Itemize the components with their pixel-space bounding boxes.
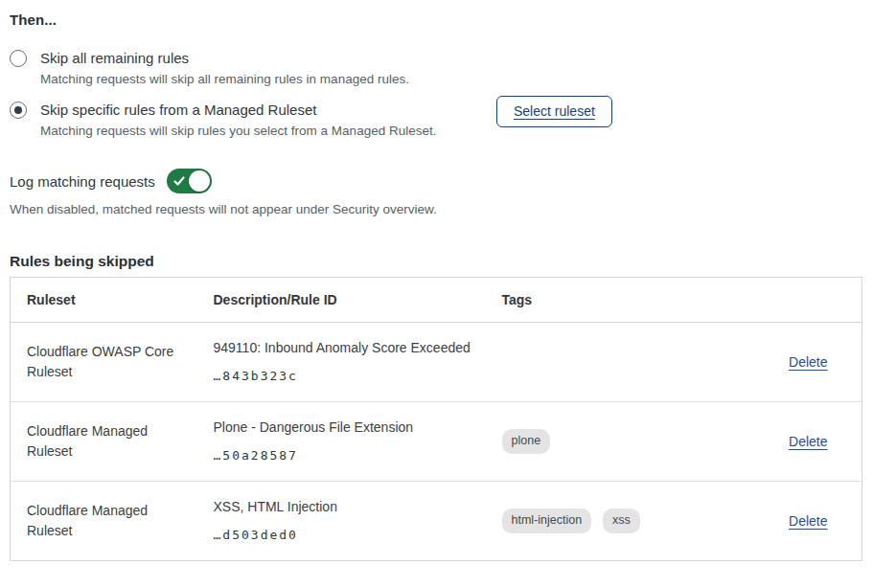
column-header-tags: Tags — [487, 278, 755, 323]
option-label[interactable]: Skip all remaining rules — [40, 49, 481, 68]
option-text: Skip specific rules from a Managed Rules… — [40, 101, 481, 140]
option-description: Matching requests will skip rules you se… — [40, 123, 481, 140]
rule-id: …d503ded0 — [214, 525, 471, 545]
check-icon — [173, 175, 185, 187]
waf-rule-config-page: Then... Skip all remaining rules Matchin… — [0, 0, 873, 561]
radio-dot — [14, 55, 22, 62]
log-toggle-row: Log matching requests — [10, 169, 862, 193]
table-header-row: Ruleset Description/Rule ID Tags — [11, 278, 862, 323]
actions-cell: Delete — [755, 402, 862, 482]
ruleset-cell: Cloudflare OWASP Core Ruleset — [11, 323, 198, 402]
rules-table: Ruleset Description/Rule ID Tags Cloudfl… — [10, 277, 862, 561]
rules-being-skipped-heading: Rules being skipped — [10, 253, 862, 270]
tag-badge: html-injection — [502, 509, 592, 533]
option-skip-all-remaining: Skip all remaining rules Matching reques… — [10, 49, 862, 88]
log-toggle-description: When disabled, matched requests will not… — [10, 201, 862, 218]
then-heading: Then... — [10, 11, 862, 28]
rule-description: Plone - Dangerous File Extension — [214, 418, 471, 438]
tag-badge: xss — [603, 509, 640, 533]
option-skip-specific-rules: Skip specific rules from a Managed Rules… — [10, 101, 862, 140]
option-description: Matching requests will skip all remainin… — [40, 71, 481, 88]
description-cell: 949110: Inbound Anomaly Score Exceeded …… — [198, 323, 487, 402]
ruleset-cell: Cloudflare Managed Ruleset — [11, 482, 198, 561]
rule-description: XSS, HTML Injection — [214, 497, 471, 517]
column-header-ruleset: Ruleset — [11, 278, 198, 323]
radio-skip-all-remaining[interactable] — [10, 50, 27, 67]
option-text: Skip all remaining rules Matching reques… — [40, 49, 481, 88]
table-row: Cloudflare Managed Ruleset XSS, HTML Inj… — [11, 482, 862, 561]
action-options: Skip all remaining rules Matching reques… — [10, 49, 862, 140]
description-cell: Plone - Dangerous File Extension …50a285… — [198, 402, 487, 482]
actions-cell: Delete — [755, 323, 862, 402]
ruleset-cell: Cloudflare Managed Ruleset — [11, 402, 198, 482]
radio-skip-specific-rules[interactable] — [10, 102, 27, 119]
tags-cell: plone — [487, 402, 755, 482]
delete-link[interactable]: Delete — [789, 513, 827, 529]
rule-id: …843b323c — [214, 366, 471, 386]
tags-cell: html-injection xss — [487, 482, 755, 561]
description-cell: XSS, HTML Injection …d503ded0 — [198, 482, 487, 561]
table-row: Cloudflare OWASP Core Ruleset 949110: In… — [11, 323, 862, 402]
actions-cell: Delete — [755, 482, 862, 561]
rule-id: …50a28587 — [214, 445, 471, 465]
log-matching-section: Log matching requests When disabled, mat… — [10, 169, 862, 218]
table-row: Cloudflare Managed Ruleset Plone - Dange… — [11, 402, 862, 482]
log-toggle-label: Log matching requests — [10, 173, 155, 190]
toggle-knob — [189, 170, 210, 192]
delete-link[interactable]: Delete — [789, 354, 827, 370]
log-matching-toggle[interactable] — [167, 169, 212, 193]
rule-description: 949110: Inbound Anomaly Score Exceeded — [214, 338, 471, 358]
radio-dot — [14, 106, 22, 114]
column-header-actions — [755, 278, 862, 323]
tag-badge: plone — [502, 429, 551, 454]
column-header-description: Description/Rule ID — [198, 278, 487, 323]
delete-link[interactable]: Delete — [789, 434, 827, 449]
tags-cell — [487, 323, 755, 402]
select-ruleset-button[interactable]: Select ruleset — [496, 96, 612, 127]
option-label[interactable]: Skip specific rules from a Managed Rules… — [40, 101, 481, 120]
